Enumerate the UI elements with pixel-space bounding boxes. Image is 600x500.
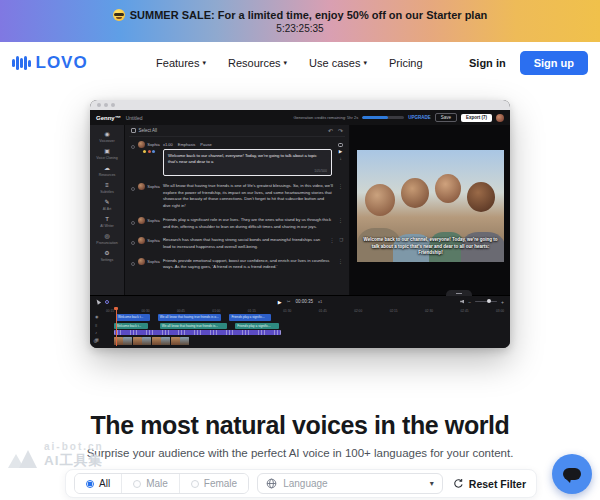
- person-face: [467, 182, 495, 212]
- voice-clip[interactable]: Friends play a signific...: [229, 314, 271, 321]
- volume-icon[interactable]: [460, 300, 464, 304]
- timeline-zoom-slider[interactable]: [475, 301, 497, 303]
- speaker-avatar[interactable]: [138, 183, 145, 190]
- sidebar-item-resources[interactable]: ☁ Resources: [90, 162, 124, 179]
- script-block[interactable]: Sophia Research has shown that having st…: [129, 234, 345, 254]
- credits-progress-bar: [362, 116, 404, 119]
- watermark-logo-icon: [8, 446, 38, 468]
- zoom-out-icon[interactable]: −: [468, 299, 471, 305]
- sign-up-button[interactable]: Sign up: [520, 51, 588, 75]
- nav-item-use-cases[interactable]: Use cases ▾: [309, 57, 367, 69]
- sidebar-item-settings[interactable]: ⚙ Settings: [90, 247, 124, 264]
- sidebar-item-voice-cloning[interactable]: ▣ Voice Cloning: [90, 145, 124, 162]
- block-checkbox[interactable]: [131, 262, 135, 266]
- more-options-icon[interactable]: ⋮: [338, 258, 343, 264]
- reset-filter-button[interactable]: Reset Filter: [451, 478, 528, 490]
- emphasis-control[interactable]: Emphasis: [178, 142, 196, 147]
- download-icon[interactable]: ↓: [339, 157, 341, 161]
- filter-option-all[interactable]: All: [75, 474, 121, 493]
- pencil-icon: ✎: [104, 199, 109, 206]
- script-block[interactable]: Sophia We all know that having true frie…: [129, 179, 345, 213]
- speaker-avatar[interactable]: [138, 141, 145, 148]
- playhead[interactable]: [116, 307, 117, 346]
- pause-control[interactable]: Pause: [200, 142, 211, 147]
- script-text-input[interactable]: Welcome back to our channel, everyone! T…: [163, 149, 332, 176]
- speed-control[interactable]: x1.00: [163, 142, 173, 147]
- chat-widget-button[interactable]: [552, 454, 592, 494]
- refresh-icon: [453, 478, 464, 489]
- filter-option-female[interactable]: Female: [179, 474, 248, 493]
- filter-option-male[interactable]: Male: [121, 474, 179, 493]
- nav-item-resources[interactable]: Resources ▾: [228, 57, 287, 69]
- gear-icon: ⚙: [104, 250, 109, 257]
- block-checkbox[interactable]: [131, 187, 135, 191]
- speaker-avatar[interactable]: [138, 217, 145, 224]
- sidebar-item-ai-writer[interactable]: T AI Writer: [90, 213, 124, 230]
- video-clip-thumbnails[interactable]: [114, 337, 190, 345]
- sidebar-item-ai-art[interactable]: ✎ AI Art: [90, 196, 124, 213]
- upgrade-link[interactable]: UPGRADE: [408, 115, 431, 120]
- speaker-avatar[interactable]: [138, 258, 145, 265]
- select-all-checkbox[interactable]: [131, 128, 136, 133]
- video-preview-panel: Welcome back to our channel, everyone! T…: [350, 125, 510, 295]
- video-preview[interactable]: Welcome back to our channel, everyone! T…: [357, 150, 504, 262]
- voice-clip[interactable]: We all know that having true friends is …: [158, 314, 222, 321]
- watermark-name: AI工具集: [44, 453, 104, 469]
- more-options-icon[interactable]: ⋮: [338, 183, 343, 189]
- radio-icon: [133, 480, 141, 488]
- zoom-in-icon[interactable]: +: [501, 299, 504, 305]
- sidebar-item-subtitles[interactable]: ≡ Subtitles: [90, 179, 124, 196]
- script-block[interactable]: Sophia Friends play a significant role i…: [129, 213, 345, 233]
- play-icon[interactable]: ▶: [339, 150, 342, 154]
- script-block-selected[interactable]: Sophia x1.00 Emphasis Pause Welcome back…: [129, 137, 345, 179]
- radio-icon: [191, 480, 199, 488]
- sidebar-item-pronunciation[interactable]: ◎ Pronunciation: [90, 230, 124, 247]
- timeline-ruler[interactable]: 00:1500:30 00:4501:00 01:1501:30 01:4502…: [90, 307, 510, 314]
- undo-icon[interactable]: ↶: [328, 127, 333, 134]
- redo-icon[interactable]: ↷: [338, 127, 343, 134]
- subtitle-clip[interactable]: Friends play a signific...: [235, 323, 279, 329]
- audio-track: ♪: [106, 330, 504, 335]
- export-button[interactable]: Export (7): [461, 114, 492, 122]
- save-button[interactable]: Save: [435, 113, 457, 122]
- window-dot-icon[interactable]: [97, 103, 101, 107]
- block-checkbox[interactable]: [131, 241, 135, 245]
- block-checkbox[interactable]: [131, 145, 135, 149]
- playback-speed[interactable]: x1: [318, 299, 322, 304]
- script-block[interactable]: Sophia Friends provide emotional support…: [129, 254, 345, 274]
- subtitle-clip[interactable]: We all know that having true friends is.…: [160, 323, 228, 329]
- document-name[interactable]: Untitled: [126, 115, 143, 121]
- magnet-tool-icon[interactable]: [105, 300, 109, 304]
- emotion-icons[interactable]: [143, 150, 155, 153]
- lovo-logo[interactable]: LOVO: [12, 53, 88, 73]
- sign-in-link[interactable]: Sign in: [469, 57, 506, 69]
- person-face: [435, 174, 461, 203]
- clone-icon: ▣: [104, 148, 110, 155]
- block-checkbox[interactable]: [131, 221, 135, 225]
- comment-icon[interactable]: ❑: [339, 237, 343, 242]
- timeline-settings-gear-icon[interactable]: ⚙: [93, 338, 97, 344]
- language-dropdown[interactable]: Language ▾: [257, 473, 443, 494]
- subtitle-clip[interactable]: Welcome back t...: [114, 323, 148, 329]
- more-options-icon[interactable]: ⋮: [329, 237, 334, 243]
- timeline-play-button[interactable]: ▶: [278, 299, 282, 305]
- subtitle-track: ≡ Welcome back t... We all know that hav…: [106, 323, 504, 329]
- comment-icon[interactable]: [338, 143, 343, 147]
- window-dot-icon[interactable]: [104, 103, 108, 107]
- promo-banner[interactable]: SUMMER SALE: For a limited time, enjoy 5…: [0, 0, 600, 42]
- pronunciation-icon: ◎: [104, 233, 109, 240]
- audio-clip[interactable]: [114, 330, 281, 335]
- cursor-tool-icon[interactable]: [95, 298, 101, 304]
- speaker-name[interactable]: Sophia: [147, 142, 159, 147]
- speaker-avatar[interactable]: [138, 237, 145, 244]
- split-clip-icon[interactable]: ✂: [287, 299, 291, 304]
- voice-track-icon: ◉: [95, 314, 99, 320]
- sidebar-item-voiceover[interactable]: ◉ Voiceover: [90, 128, 124, 145]
- cloud-icon: ☁: [104, 165, 110, 172]
- user-avatar[interactable]: [496, 114, 504, 122]
- window-dot-icon[interactable]: [111, 103, 115, 107]
- voice-clip[interactable]: Welcome back t...: [116, 314, 150, 321]
- nav-item-features[interactable]: Features ▾: [156, 57, 206, 69]
- nav-item-pricing[interactable]: Pricing: [389, 57, 423, 69]
- more-options-icon[interactable]: ⋮: [338, 217, 343, 223]
